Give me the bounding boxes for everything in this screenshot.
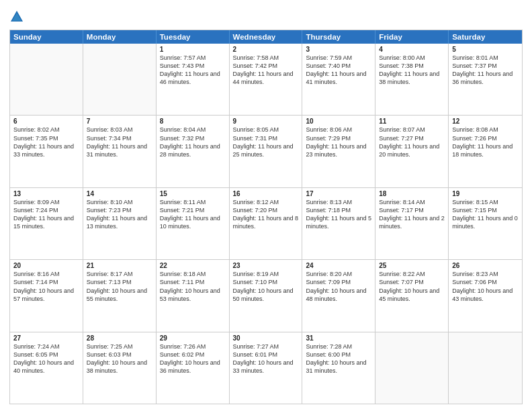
day-info: Sunrise: 8:03 AM Sunset: 7:34 PM Dayligh… [87,126,152,158]
header [9,7,523,24]
day-info: Sunrise: 7:28 AM Sunset: 6:00 PM Dayligh… [306,342,371,375]
day-number: 23 [233,262,299,269]
day-info: Sunrise: 8:02 AM Sunset: 7:35 PM Dayligh… [13,126,79,158]
day-info: Sunrise: 8:14 AM Sunset: 7:17 PM Dayligh… [379,198,445,231]
day-number: 11 [379,118,445,125]
calendar-cell-28: 28Sunrise: 7:25 AM Sunset: 6:03 PM Dayli… [83,332,157,404]
day-number: 28 [87,334,152,342]
calendar-row-3: 20Sunrise: 8:16 AM Sunset: 7:14 PM Dayli… [10,260,522,332]
calendar-row-0: 1Sunrise: 7:57 AM Sunset: 7:43 PM Daylig… [10,44,522,116]
calendar-cell-15: 15Sunrise: 8:11 AM Sunset: 7:21 PM Dayli… [157,188,230,259]
calendar-cell-1: 1Sunrise: 7:57 AM Sunset: 7:43 PM Daylig… [157,44,230,115]
day-number: 8 [160,118,226,125]
calendar-cell-empty [10,44,83,115]
day-info: Sunrise: 8:00 AM Sunset: 7:38 PM Dayligh… [379,54,445,87]
calendar-row-1: 6Sunrise: 8:02 AM Sunset: 7:35 PM Daylig… [10,116,522,187]
day-number: 30 [233,334,299,342]
day-number: 7 [87,118,152,125]
calendar-body: 1Sunrise: 7:57 AM Sunset: 7:43 PM Daylig… [10,44,522,404]
header-day-thursday: Thursday [302,30,375,44]
day-info: Sunrise: 8:01 AM Sunset: 7:37 PM Dayligh… [452,54,519,87]
day-info: Sunrise: 8:16 AM Sunset: 7:14 PM Dayligh… [13,270,79,303]
header-day-wednesday: Wednesday [230,30,303,44]
day-number: 26 [452,262,519,269]
calendar-cell-12: 12Sunrise: 8:08 AM Sunset: 7:26 PM Dayli… [449,116,522,187]
calendar-cell-23: 23Sunrise: 8:19 AM Sunset: 7:10 PM Dayli… [230,260,303,331]
day-info: Sunrise: 7:25 AM Sunset: 6:03 PM Dayligh… [87,342,152,375]
header-day-friday: Friday [375,30,449,44]
calendar-cell-9: 9Sunrise: 8:05 AM Sunset: 7:31 PM Daylig… [230,116,303,187]
day-info: Sunrise: 7:57 AM Sunset: 7:43 PM Dayligh… [160,54,226,87]
day-info: Sunrise: 7:27 AM Sunset: 6:01 PM Dayligh… [233,342,299,375]
day-number: 10 [306,118,371,125]
day-info: Sunrise: 8:07 AM Sunset: 7:27 PM Dayligh… [379,126,445,158]
day-info: Sunrise: 8:12 AM Sunset: 7:20 PM Dayligh… [233,198,299,231]
day-number: 13 [13,190,79,197]
day-number: 21 [87,262,152,269]
day-number: 15 [160,190,226,197]
calendar-row-4: 27Sunrise: 7:24 AM Sunset: 6:05 PM Dayli… [10,332,522,404]
day-info: Sunrise: 8:06 AM Sunset: 7:29 PM Dayligh… [306,126,371,158]
day-number: 12 [452,118,519,125]
day-number: 5 [452,46,519,53]
logo [9,9,26,24]
day-number: 31 [306,334,371,342]
calendar-cell-27: 27Sunrise: 7:24 AM Sunset: 6:05 PM Dayli… [10,332,83,404]
calendar-cell-14: 14Sunrise: 8:10 AM Sunset: 7:23 PM Dayli… [83,188,157,259]
day-info: Sunrise: 8:17 AM Sunset: 7:13 PM Dayligh… [87,270,152,303]
calendar-cell-20: 20Sunrise: 8:16 AM Sunset: 7:14 PM Dayli… [10,260,83,331]
day-number: 2 [233,46,299,53]
calendar: SundayMondayTuesdayWednesdayThursdayFrid… [9,30,523,404]
calendar-cell-8: 8Sunrise: 8:04 AM Sunset: 7:32 PM Daylig… [157,116,230,187]
calendar-cell-13: 13Sunrise: 8:09 AM Sunset: 7:24 PM Dayli… [10,188,83,259]
day-info: Sunrise: 8:23 AM Sunset: 7:06 PM Dayligh… [452,270,519,303]
calendar-cell-26: 26Sunrise: 8:23 AM Sunset: 7:06 PM Dayli… [449,260,522,331]
calendar-header: SundayMondayTuesdayWednesdayThursdayFrid… [10,30,522,44]
day-info: Sunrise: 8:05 AM Sunset: 7:31 PM Dayligh… [233,126,299,158]
day-number: 9 [233,118,299,125]
calendar-cell-7: 7Sunrise: 8:03 AM Sunset: 7:34 PM Daylig… [83,116,157,187]
day-number: 6 [13,118,79,125]
day-info: Sunrise: 8:13 AM Sunset: 7:18 PM Dayligh… [306,198,371,231]
calendar-cell-24: 24Sunrise: 8:20 AM Sunset: 7:09 PM Dayli… [302,260,375,331]
day-info: Sunrise: 8:10 AM Sunset: 7:23 PM Dayligh… [87,198,152,231]
calendar-cell-2: 2Sunrise: 7:58 AM Sunset: 7:42 PM Daylig… [230,44,303,115]
day-info: Sunrise: 8:04 AM Sunset: 7:32 PM Dayligh… [160,126,226,158]
day-info: Sunrise: 8:20 AM Sunset: 7:09 PM Dayligh… [306,270,371,303]
day-number: 14 [87,190,152,197]
day-number: 19 [452,190,519,197]
day-number: 29 [160,334,226,342]
day-number: 24 [306,262,371,269]
calendar-cell-11: 11Sunrise: 8:07 AM Sunset: 7:27 PM Dayli… [375,116,449,187]
logo-icon [9,9,24,24]
calendar-cell-empty [449,332,522,404]
calendar-cell-22: 22Sunrise: 8:18 AM Sunset: 7:11 PM Dayli… [157,260,230,331]
day-number: 20 [13,262,79,269]
day-info: Sunrise: 8:22 AM Sunset: 7:07 PM Dayligh… [379,270,445,303]
day-info: Sunrise: 8:19 AM Sunset: 7:10 PM Dayligh… [233,270,299,303]
day-number: 16 [233,190,299,197]
calendar-cell-5: 5Sunrise: 8:01 AM Sunset: 7:37 PM Daylig… [449,44,522,115]
day-info: Sunrise: 7:26 AM Sunset: 6:02 PM Dayligh… [160,342,226,375]
day-number: 3 [306,46,371,53]
calendar-cell-3: 3Sunrise: 7:59 AM Sunset: 7:40 PM Daylig… [302,44,375,115]
header-day-saturday: Saturday [449,30,522,44]
day-info: Sunrise: 8:18 AM Sunset: 7:11 PM Dayligh… [160,270,226,303]
calendar-cell-16: 16Sunrise: 8:12 AM Sunset: 7:20 PM Dayli… [230,188,303,259]
calendar-row-2: 13Sunrise: 8:09 AM Sunset: 7:24 PM Dayli… [10,188,522,260]
day-number: 4 [379,46,445,53]
calendar-cell-29: 29Sunrise: 7:26 AM Sunset: 6:02 PM Dayli… [157,332,230,404]
day-number: 18 [379,190,445,197]
day-number: 27 [13,334,79,342]
day-number: 22 [160,262,226,269]
day-info: Sunrise: 7:24 AM Sunset: 6:05 PM Dayligh… [13,342,79,375]
calendar-cell-25: 25Sunrise: 8:22 AM Sunset: 7:07 PM Dayli… [375,260,449,331]
day-info: Sunrise: 7:59 AM Sunset: 7:40 PM Dayligh… [306,54,371,87]
calendar-cell-empty [83,44,157,115]
calendar-cell-6: 6Sunrise: 8:02 AM Sunset: 7:35 PM Daylig… [10,116,83,187]
calendar-cell-4: 4Sunrise: 8:00 AM Sunset: 7:38 PM Daylig… [375,44,449,115]
day-info: Sunrise: 8:11 AM Sunset: 7:21 PM Dayligh… [160,198,226,231]
day-info: Sunrise: 8:09 AM Sunset: 7:24 PM Dayligh… [13,198,79,231]
calendar-cell-18: 18Sunrise: 8:14 AM Sunset: 7:17 PM Dayli… [375,188,449,259]
calendar-cell-30: 30Sunrise: 7:27 AM Sunset: 6:01 PM Dayli… [230,332,303,404]
